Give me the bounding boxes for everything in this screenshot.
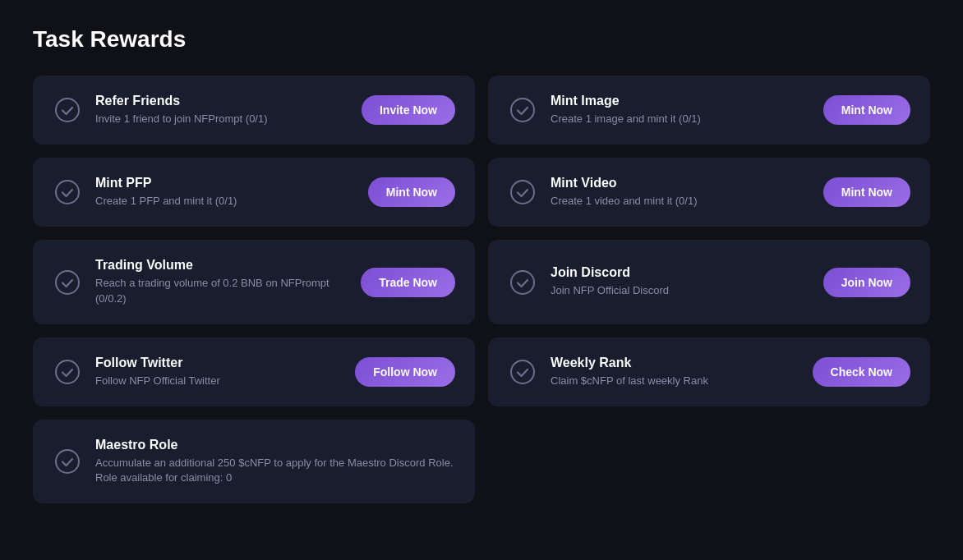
task-title-mint-pfp: Mint PFP <box>95 176 355 190</box>
svg-point-1 <box>511 99 534 122</box>
check-now-button[interactable]: Check Now <box>813 357 910 387</box>
task-info-join-discord: Join Discord Join NFP Official Discord <box>551 265 810 298</box>
task-desc-trading-volume: Reach a trading volume of 0.2 BNB on NFP… <box>95 276 348 305</box>
mint-now-button-pfp[interactable]: Mint Now <box>368 177 455 207</box>
task-info-mint-image: Mint Image Create 1 image and mint it (0… <box>551 94 810 126</box>
task-info-trading-volume: Trading Volume Reach a trading volume of… <box>95 258 348 305</box>
task-title-mint-video: Mint Video <box>551 176 810 190</box>
task-title-refer-friends: Refer Friends <box>95 94 348 108</box>
task-desc-mint-image: Create 1 image and mint it (0/1) <box>551 112 810 126</box>
svg-point-7 <box>511 360 534 383</box>
task-info-weekly-rank: Weekly Rank Claim $cNFP of last weekly R… <box>551 356 799 388</box>
follow-now-button[interactable]: Follow Now <box>355 357 455 387</box>
mint-now-button-image[interactable]: Mint Now <box>823 95 910 125</box>
task-card-follow-twitter: Follow Twitter Follow NFP Official Twitt… <box>33 337 475 406</box>
check-icon-maestro-role <box>53 447 82 476</box>
task-title-weekly-rank: Weekly Rank <box>551 356 799 370</box>
svg-point-3 <box>511 181 534 204</box>
check-icon-mint-video <box>508 177 537 207</box>
task-card-weekly-rank: Weekly Rank Claim $cNFP of last weekly R… <box>488 337 930 406</box>
check-icon-mint-image <box>508 95 537 125</box>
trade-now-button[interactable]: Trade Now <box>361 268 455 297</box>
task-card-mint-video: Mint Video Create 1 video and mint it (0… <box>488 158 930 227</box>
task-title-maestro-role: Maestro Role <box>95 438 455 452</box>
task-title-join-discord: Join Discord <box>551 265 810 280</box>
task-title-follow-twitter: Follow Twitter <box>95 356 342 370</box>
tasks-grid: Refer Friends Invite 1 friend to join NF… <box>33 76 930 503</box>
task-info-mint-video: Mint Video Create 1 video and mint it (0… <box>551 176 810 209</box>
check-icon-join-discord <box>508 268 537 297</box>
check-icon-follow-twitter <box>53 357 82 387</box>
task-desc-join-discord: Join NFP Official Discord <box>551 283 810 298</box>
svg-point-2 <box>56 181 79 204</box>
check-icon-refer-friends <box>53 95 82 125</box>
task-info-maestro-role: Maestro Role Accumulate an additional 25… <box>95 438 455 485</box>
task-info-refer-friends: Refer Friends Invite 1 friend to join NF… <box>95 94 348 126</box>
task-title-mint-image: Mint Image <box>551 94 810 108</box>
task-desc-mint-pfp: Create 1 PFP and mint it (0/1) <box>95 194 355 209</box>
svg-point-4 <box>56 271 79 294</box>
svg-point-8 <box>56 450 79 473</box>
task-card-mint-image: Mint Image Create 1 image and mint it (0… <box>488 76 930 145</box>
task-card-trading-volume: Trading Volume Reach a trading volume of… <box>33 240 475 324</box>
task-desc-weekly-rank: Claim $cNFP of last weekly Rank <box>551 374 799 388</box>
task-desc-mint-video: Create 1 video and mint it (0/1) <box>551 194 810 209</box>
svg-point-5 <box>511 271 534 294</box>
task-card-refer-friends: Refer Friends Invite 1 friend to join NF… <box>33 76 475 145</box>
page-title: Task Rewards <box>33 26 930 53</box>
check-icon-trading-volume <box>53 268 82 297</box>
task-desc-refer-friends: Invite 1 friend to join NFPrompt (0/1) <box>95 112 348 126</box>
task-desc-maestro-role: Accumulate an additional 250 $cNFP to ap… <box>95 456 455 485</box>
task-info-follow-twitter: Follow Twitter Follow NFP Official Twitt… <box>95 356 342 388</box>
task-info-mint-pfp: Mint PFP Create 1 PFP and mint it (0/1) <box>95 176 355 209</box>
svg-point-0 <box>56 99 79 122</box>
task-card-mint-pfp: Mint PFP Create 1 PFP and mint it (0/1) … <box>33 158 475 227</box>
task-card-maestro-role: Maestro Role Accumulate an additional 25… <box>33 420 475 503</box>
join-now-button[interactable]: Join Now <box>823 268 910 297</box>
check-icon-weekly-rank <box>508 357 537 387</box>
check-icon-mint-pfp <box>53 177 82 207</box>
invite-now-button[interactable]: Invite Now <box>362 95 455 125</box>
task-title-trading-volume: Trading Volume <box>95 258 348 273</box>
mint-now-button-video[interactable]: Mint Now <box>823 177 910 207</box>
task-desc-follow-twitter: Follow NFP Official Twitter <box>95 374 342 388</box>
task-card-join-discord: Join Discord Join NFP Official Discord J… <box>488 240 930 324</box>
svg-point-6 <box>56 360 79 383</box>
